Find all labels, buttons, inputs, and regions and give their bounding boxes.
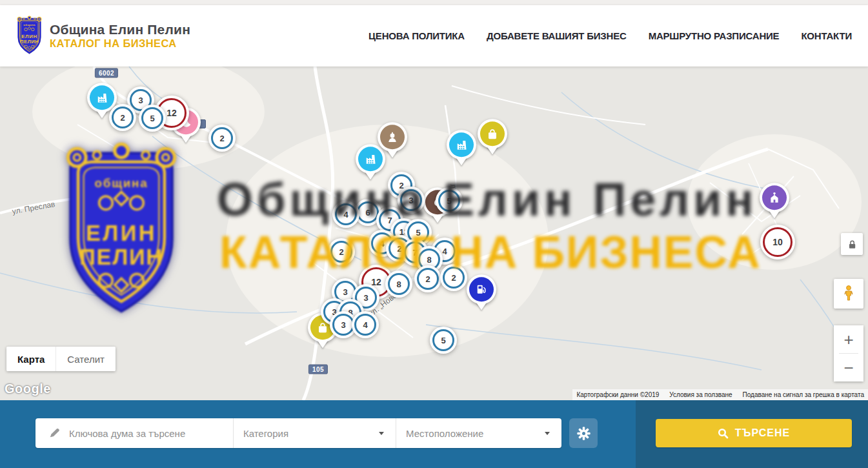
map-pin-worker[interactable] <box>378 122 407 152</box>
main-nav: ЦЕНОВА ПОЛИТИКАДОБАВЕТЕ ВАШИЯТ БИЗНЕСМАР… <box>368 30 852 41</box>
marker-cluster[interactable]: 8 <box>385 270 412 298</box>
advanced-settings-button[interactable] <box>569 418 598 448</box>
marker-cluster[interactable]: 2 <box>328 238 355 265</box>
marker-cluster[interactable]: 2 <box>440 264 467 291</box>
nav-item-1[interactable]: ЦЕНОВА ПОЛИТИКА <box>368 30 465 41</box>
site-title: Община Елин Пелин <box>50 22 190 37</box>
municipality-crest-icon <box>14 15 45 56</box>
map-pin-factory[interactable] <box>447 130 476 159</box>
marker-cluster[interactable]: 4 <box>332 201 359 228</box>
factory-icon <box>447 130 476 159</box>
map-canvas[interactable]: 6002105 ул. Преславбул. „Новоселлци 3122… <box>0 66 868 400</box>
satellite-view-button[interactable]: Сателит <box>56 347 116 371</box>
marker-cluster[interactable]: 2 <box>208 125 236 152</box>
location-select-value: Местоположение <box>406 428 483 439</box>
gear-icon <box>576 425 592 442</box>
nav-item-3[interactable]: МАРШРУТНО РАЗПИСАНИЕ <box>649 30 780 41</box>
keyword-field <box>35 418 233 448</box>
zoom-out-button[interactable]: − <box>834 354 863 382</box>
pencil-icon <box>48 427 60 439</box>
site-logo[interactable]: Община Елин Пелин КАТАЛОГ НА БИЗНЕСА <box>14 15 190 56</box>
lock-icon <box>847 239 858 250</box>
marker-cluster[interactable]: 2 <box>109 104 136 131</box>
fuel-icon <box>467 274 496 304</box>
category-select-value: Категория <box>243 428 288 439</box>
marker-cluster[interactable]: 3 <box>398 187 425 214</box>
marker-cluster[interactable]: 5 <box>436 187 463 214</box>
search-bar-left: Категория Местоположение <box>0 400 636 468</box>
search-icon <box>718 428 729 439</box>
map-attribution: Картографски данни ©2019Условия за ползв… <box>572 389 868 400</box>
map-pin-church[interactable] <box>760 183 789 212</box>
chevron-down-icon <box>379 432 384 435</box>
search-panel: Категория Местоположение <box>35 418 561 448</box>
site-header: Община Елин Пелин КАТАЛОГ НА БИЗНЕСА ЦЕН… <box>0 5 868 66</box>
map-pin-fuel[interactable] <box>467 274 496 304</box>
zoom-control: + − <box>834 325 863 382</box>
marker-cluster[interactable]: 4 <box>352 311 379 338</box>
keyword-input[interactable] <box>68 427 219 440</box>
pegman-button[interactable] <box>834 279 863 309</box>
search-button[interactable]: ТЪРСЕНЕ <box>656 419 852 447</box>
location-select[interactable]: Местоположение <box>396 418 561 448</box>
nav-item-4[interactable]: КОНТАКТИ <box>801 30 852 41</box>
top-strip <box>0 0 868 5</box>
attribution-link[interactable]: Условия за ползване <box>669 391 732 398</box>
search-bar-right: ТЪРСЕНЕ <box>636 400 868 468</box>
chevron-down-icon <box>545 432 550 435</box>
worker-icon <box>378 122 407 152</box>
marker-cluster[interactable]: 10 <box>760 225 795 259</box>
site-subtitle: КАТАЛОГ НА БИЗНЕСА <box>50 37 190 50</box>
marker-cluster[interactable]: 5 <box>139 105 166 132</box>
search-button-label: ТЪРСЕНЕ <box>735 427 790 439</box>
map-type-control: Карта Сателит <box>6 347 116 371</box>
streetview-lock-button[interactable] <box>841 233 863 255</box>
category-select[interactable]: Категория <box>233 418 396 448</box>
nav-item-2[interactable]: ДОБАВЕТЕ ВАШИЯТ БИЗНЕС <box>487 30 627 41</box>
page-root: Община Елин Пелин КАТАЛОГ НА БИЗНЕСА ЦЕН… <box>0 0 868 468</box>
google-logo[interactable]: Google <box>5 382 51 396</box>
map-pin-bag[interactable] <box>478 119 507 148</box>
pegman-icon <box>841 285 856 303</box>
zoom-in-button[interactable]: + <box>834 325 863 353</box>
attribution-text: Картографски данни ©2019 <box>576 391 659 398</box>
marker-cluster[interactable]: 2 <box>414 265 441 292</box>
bag-icon <box>478 119 507 148</box>
search-bar: Категория Местоположение <box>0 400 868 468</box>
brand-text: Община Елин Пелин КАТАЛОГ НА БИЗНЕСА <box>50 22 190 50</box>
map-view-button[interactable]: Карта <box>6 347 56 371</box>
attribution-link[interactable]: Подаване на сигнал за грешка в картата <box>743 391 864 398</box>
marker-cluster[interactable]: 5 <box>430 327 457 354</box>
church-icon <box>760 183 789 212</box>
